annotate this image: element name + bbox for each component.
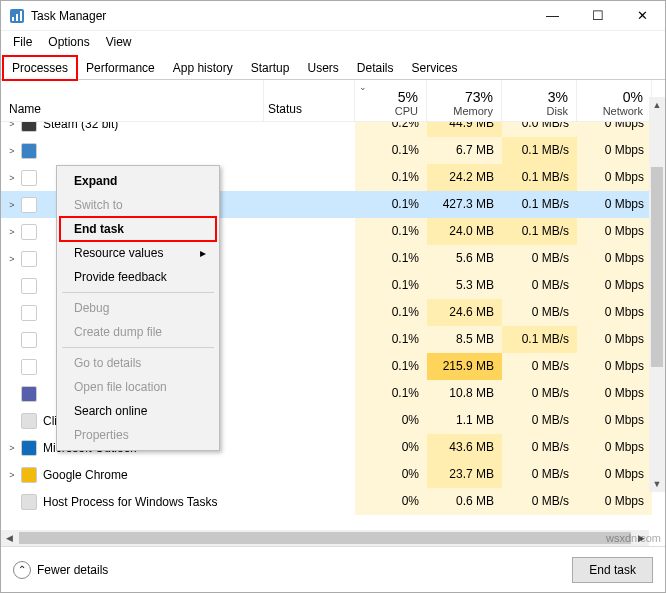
disk-cell: 0 MB/s bbox=[502, 407, 577, 434]
ctx-expand[interactable]: Expand bbox=[60, 169, 216, 193]
scroll-thumb-h[interactable] bbox=[19, 532, 631, 544]
memory-cell: 43.6 MB bbox=[427, 434, 502, 461]
memory-cell: 427.3 MB bbox=[427, 191, 502, 218]
expand-arrow-icon[interactable]: > bbox=[5, 122, 19, 129]
ctx-debug: Debug bbox=[60, 296, 216, 320]
menu-view[interactable]: View bbox=[98, 33, 140, 51]
disk-cell: 0.1 MB/s bbox=[502, 137, 577, 164]
tab-processes[interactable]: Processes bbox=[3, 56, 77, 80]
ctx-resource-values[interactable]: Resource values▸ bbox=[60, 241, 216, 265]
process-row[interactable]: >Steam (32 bit)0.2%44.9 MB0.0 MB/s0 Mbps bbox=[1, 122, 665, 137]
expand-arrow-icon[interactable]: > bbox=[5, 227, 19, 237]
svg-rect-3 bbox=[20, 11, 22, 21]
close-button[interactable]: ✕ bbox=[620, 1, 665, 30]
process-row[interactable]: >Google Chrome0%23.7 MB0 MB/s0 Mbps bbox=[1, 461, 665, 488]
disk-cell: 0 MB/s bbox=[502, 434, 577, 461]
disk-cell: 0.1 MB/s bbox=[502, 218, 577, 245]
cpu-cell: 0.1% bbox=[355, 353, 427, 380]
process-row[interactable]: >0.1%6.7 MB0.1 MB/s0 Mbps bbox=[1, 137, 665, 164]
process-row[interactable]: Host Process for Windows Tasks0%0.6 MB0 … bbox=[1, 488, 665, 515]
expand-arrow-icon[interactable]: > bbox=[5, 470, 19, 480]
watermark: wsxdn.com bbox=[606, 532, 661, 544]
menu-options[interactable]: Options bbox=[40, 33, 97, 51]
header-name[interactable]: Name bbox=[1, 80, 264, 121]
header-network[interactable]: 0% Network bbox=[577, 80, 652, 121]
tab-performance[interactable]: Performance bbox=[77, 56, 164, 80]
ctx-end-task[interactable]: End task bbox=[60, 217, 216, 241]
memory-cell: 44.9 MB bbox=[427, 122, 502, 137]
memory-cell: 8.5 MB bbox=[427, 326, 502, 353]
tab-strip: Processes Performance App history Startu… bbox=[1, 55, 665, 80]
process-name: Steam (32 bit) bbox=[43, 122, 118, 131]
network-cell: 0 Mbps bbox=[577, 191, 652, 218]
ctx-open-file-location: Open file location bbox=[60, 375, 216, 399]
memory-cell: 0.6 MB bbox=[427, 488, 502, 515]
process-icon bbox=[21, 332, 37, 348]
disk-cell: 0.0 MB/s bbox=[502, 122, 577, 137]
network-cell: 0 Mbps bbox=[577, 245, 652, 272]
memory-cell: 24.6 MB bbox=[427, 299, 502, 326]
network-cell: 0 Mbps bbox=[577, 407, 652, 434]
end-task-button[interactable]: End task bbox=[572, 557, 653, 583]
menu-file[interactable]: File bbox=[5, 33, 40, 51]
ctx-search-online[interactable]: Search online bbox=[60, 399, 216, 423]
cpu-cell: 0.1% bbox=[355, 299, 427, 326]
tab-services[interactable]: Services bbox=[403, 56, 467, 80]
vertical-scrollbar[interactable]: ▲ ▼ bbox=[649, 97, 665, 492]
network-cell: 0 Mbps bbox=[577, 380, 652, 407]
horizontal-scrollbar[interactable]: ◀ ▶ bbox=[1, 530, 649, 546]
network-cell: 0 Mbps bbox=[577, 122, 652, 137]
disk-cell: 0 MB/s bbox=[502, 488, 577, 515]
cpu-cell: 0.1% bbox=[355, 326, 427, 353]
ctx-separator bbox=[62, 292, 214, 293]
expand-arrow-icon[interactable]: > bbox=[5, 443, 19, 453]
scroll-thumb[interactable] bbox=[651, 167, 663, 367]
scroll-up-icon[interactable]: ▲ bbox=[649, 97, 665, 113]
cpu-cell: 0.1% bbox=[355, 380, 427, 407]
process-icon bbox=[21, 224, 37, 240]
header-status[interactable]: Status bbox=[264, 80, 355, 121]
tab-startup[interactable]: Startup bbox=[242, 56, 299, 80]
fewer-details-button[interactable]: ⌃ Fewer details bbox=[13, 561, 108, 579]
memory-cell: 24.0 MB bbox=[427, 218, 502, 245]
cpu-cell: 0.1% bbox=[355, 272, 427, 299]
network-cell: 0 Mbps bbox=[577, 461, 652, 488]
header-cpu[interactable]: ⌄ 5% CPU bbox=[355, 80, 427, 121]
cpu-cell: 0% bbox=[355, 407, 427, 434]
memory-cell: 1.1 MB bbox=[427, 407, 502, 434]
tab-apphistory[interactable]: App history bbox=[164, 56, 242, 80]
tab-users[interactable]: Users bbox=[298, 56, 347, 80]
network-cell: 0 Mbps bbox=[577, 434, 652, 461]
tab-details[interactable]: Details bbox=[348, 56, 403, 80]
ctx-provide-feedback[interactable]: Provide feedback bbox=[60, 265, 216, 289]
scroll-left-icon[interactable]: ◀ bbox=[1, 533, 17, 543]
cpu-cell: 0% bbox=[355, 434, 427, 461]
network-cell: 0 Mbps bbox=[577, 488, 652, 515]
memory-cell: 5.3 MB bbox=[427, 272, 502, 299]
maximize-button[interactable]: ☐ bbox=[575, 1, 620, 30]
process-name: Host Process for Windows Tasks bbox=[43, 495, 218, 509]
process-icon bbox=[21, 440, 37, 456]
minimize-button[interactable]: — bbox=[530, 1, 575, 30]
memory-cell: 24.2 MB bbox=[427, 164, 502, 191]
scroll-down-icon[interactable]: ▼ bbox=[649, 476, 665, 492]
title-bar: Task Manager — ☐ ✕ bbox=[1, 1, 665, 31]
disk-cell: 0.1 MB/s bbox=[502, 326, 577, 353]
process-icon bbox=[21, 413, 37, 429]
header-memory[interactable]: 73% Memory bbox=[427, 80, 502, 121]
expand-arrow-icon[interactable]: > bbox=[5, 173, 19, 183]
expand-arrow-icon[interactable]: > bbox=[5, 146, 19, 156]
memory-cell: 6.7 MB bbox=[427, 137, 502, 164]
cpu-cell: 0.1% bbox=[355, 137, 427, 164]
header-disk[interactable]: 3% Disk bbox=[502, 80, 577, 121]
cpu-cell: 0.1% bbox=[355, 164, 427, 191]
expand-arrow-icon[interactable]: > bbox=[5, 254, 19, 264]
disk-cell: 0.1 MB/s bbox=[502, 164, 577, 191]
ctx-properties: Properties bbox=[60, 423, 216, 447]
expand-arrow-icon[interactable]: > bbox=[5, 200, 19, 210]
svg-rect-2 bbox=[16, 14, 18, 21]
sort-indicator-icon: ⌄ bbox=[359, 82, 367, 92]
memory-cell: 5.6 MB bbox=[427, 245, 502, 272]
network-cell: 0 Mbps bbox=[577, 326, 652, 353]
cpu-cell: 0% bbox=[355, 488, 427, 515]
